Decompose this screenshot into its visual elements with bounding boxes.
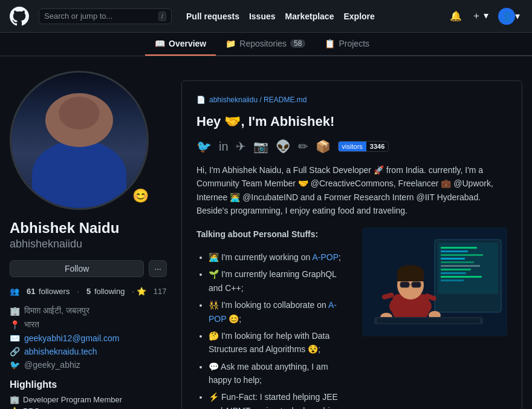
svg-rect-12 (441, 280, 464, 281)
bullet-2: 👯 I'm looking to collaborate on A-POP 😊; (209, 298, 348, 326)
sidebar: 😊 Abhishek Naidu abhisheknaiidu Follow ·… (10, 71, 167, 409)
svg-rect-8 (441, 265, 480, 267)
fun-icon: ⚡ (209, 392, 219, 402)
chat-icon: 💬 (209, 362, 219, 371)
apop-link-0[interactable]: A-POP (312, 252, 339, 262)
svg-rect-2 (438, 243, 498, 294)
readme-heading: Hey 🤝, I'm Abhishek! (196, 114, 507, 129)
working-icon: 🧑‍💻 (209, 252, 219, 262)
profile-tabs-bar: 📖 Overview 📁 Repositories 58 📋 Projects (0, 33, 532, 56)
readme-header: 📄 abhisheknaiidu / README.md (196, 96, 507, 104)
profile-tabs: 📖 Overview 📁 Repositories 58 📋 Projects (145, 33, 532, 56)
meta-location: 📍 भारत (10, 319, 167, 330)
follow-button[interactable]: Follow (10, 260, 144, 277)
location-icon: 📍 (10, 320, 19, 330)
developer-icon: 🏢 (10, 395, 19, 404)
telegram-social-icon[interactable]: ✈ (236, 139, 246, 154)
svg-rect-11 (441, 276, 482, 278)
search-placeholder: Search or jump to... (44, 11, 154, 21)
collab-icon: 👯 (209, 300, 219, 310)
tab-repositories[interactable]: 📁 Repositories 58 (216, 33, 315, 56)
bullet-5: ⚡ Fun-Fact: I started helping JEE and AI… (209, 390, 348, 409)
bullet-1: 🌱 I'm currently learning GraphQL and C++… (209, 267, 348, 295)
visitors-count: 3346 (366, 142, 388, 151)
profile-name: Abhishek Naidu (10, 220, 167, 237)
email-link[interactable]: geekyabhi12@gmail.com (24, 333, 119, 343)
create-button[interactable]: ＋ ▾ (469, 7, 491, 25)
readme-card: 📄 abhisheknaiidu / README.md Hey 🤝, I'm … (181, 80, 522, 409)
more-button[interactable]: ··· (149, 260, 167, 277)
svg-rect-19 (412, 282, 421, 287)
apop-link-2[interactable]: A-POP (209, 300, 337, 323)
main-header: Search or jump to... / Pull requests Iss… (0, 0, 532, 33)
notifications-button[interactable]: 🔔 (447, 8, 464, 24)
codepen-social-icon[interactable]: ✏ (298, 139, 308, 154)
readme-illustration (362, 227, 507, 336)
building-icon: 🏢 (10, 306, 19, 316)
tab-projects[interactable]: 📋 Projects (315, 33, 379, 56)
highlights-list: 🏢 Developer Program Member ⭐ PRO (10, 395, 167, 409)
svg-rect-3 (441, 247, 477, 249)
highlight-item-pro: ⭐ PRO (10, 407, 167, 409)
svg-rect-26 (377, 318, 480, 323)
svg-rect-7 (441, 261, 474, 263)
highlight-item-developer: 🏢 Developer Program Member (10, 395, 167, 404)
linkedin-social-icon[interactable]: in (219, 140, 229, 154)
reddit-social-icon[interactable]: 👽 (276, 139, 291, 154)
readme-body: Hey 🤝, I'm Abhishek! 🐦 in ✈ 📷 👽 ✏ 📦 visi… (196, 114, 507, 409)
user-menu-button[interactable]: 👤 ▾ (496, 5, 522, 27)
search-bar[interactable]: Search or jump to... / (39, 8, 172, 24)
instagram-social-icon[interactable]: 📷 (253, 139, 268, 154)
email-icon: ✉️ (10, 333, 19, 343)
followers-row: 👥 61 followers · 5 following · ⭐ 117 (10, 287, 167, 296)
readme-left: Talking about Personal Stuffs: 🧑‍💻 I'm c… (196, 227, 348, 409)
visitors-label: visitors (339, 142, 366, 151)
readme-path-link[interactable]: abhisheknaiidu / README.md (209, 96, 307, 104)
svg-rect-10 (441, 272, 466, 274)
svg-rect-17 (397, 272, 424, 281)
star-icon: ⭐ (10, 407, 19, 409)
svg-rect-18 (400, 282, 409, 287)
bullet-3: 🤔 I'm looking for help with Data Structu… (209, 329, 348, 356)
nav-pull-requests[interactable]: Pull requests (186, 11, 239, 21)
social-icons-row: 🐦 in ✈ 📷 👽 ✏ 📦 visitors 3346 (196, 139, 507, 154)
nav-issues[interactable]: Issues (249, 11, 276, 21)
main-container: 😊 Abhishek Naidu abhisheknaiidu Follow ·… (0, 56, 532, 409)
visitors-badge: visitors 3346 (338, 141, 389, 152)
help-icon: 🤔 (209, 331, 219, 341)
svg-rect-9 (441, 269, 471, 270)
avatar-container: 😊 (10, 71, 167, 210)
readme-intro: Hi, I'm Abhishek Naidu, a Full Stack Dev… (196, 163, 507, 218)
talking-header: Talking about Personal Stuffs: (196, 227, 348, 241)
tab-overview[interactable]: 📖 Overview (145, 33, 216, 56)
readme-bullets: 🧑‍💻 I'm currently working on A-POP; 🌱 I'… (209, 250, 348, 409)
bullet-4: 💬 Ask me about anything, I am happy to h… (209, 360, 348, 387)
npm-social-icon[interactable]: 📦 (316, 139, 331, 154)
project-icon: 📋 (325, 39, 335, 48)
repo-icon: 📁 (225, 39, 236, 48)
profile-username: abhisheknaiidu (10, 238, 167, 250)
nav-explore[interactable]: Explore (343, 11, 374, 21)
highlights-title: Highlights (10, 379, 167, 390)
readme-layout: Talking about Personal Stuffs: 🧑‍💻 I'm c… (196, 227, 507, 409)
svg-rect-5 (441, 254, 483, 256)
followers-link[interactable]: 61 followers (27, 287, 70, 296)
website-link[interactable]: abhisheknaidu.tech (24, 347, 97, 356)
avatar-badge: 😊 (132, 188, 149, 204)
followers-icon: 👥 (10, 287, 19, 296)
book-open-icon: 📄 (196, 96, 206, 104)
readme-right (362, 227, 507, 409)
repo-count: 58 (290, 39, 305, 48)
link-icon: 🔗 (10, 347, 19, 356)
twitter-social-icon[interactable]: 🐦 (196, 139, 212, 154)
follow-row: Follow ··· (10, 260, 167, 277)
meta-org: 🏢 दिमाग़ आईटी, जबलपुर (10, 306, 167, 316)
nav-marketplace[interactable]: Marketplace (285, 11, 334, 21)
svg-rect-6 (441, 258, 465, 260)
twitter-icon: 🐦 (10, 360, 19, 370)
anime-svg (362, 227, 507, 336)
learning-icon: 🌱 (209, 269, 219, 279)
following-link[interactable]: 5 following (86, 287, 125, 296)
github-logo (10, 7, 29, 26)
search-kbd: / (158, 11, 166, 21)
